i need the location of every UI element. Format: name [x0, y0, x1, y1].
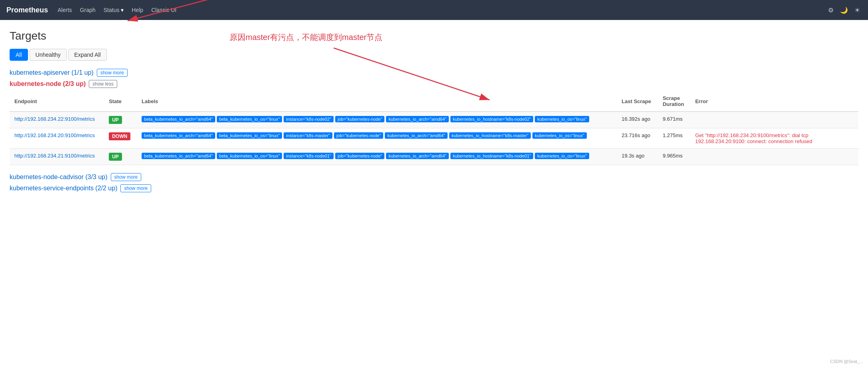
labels-container-0: beta_kubernetes_io_arch="amd64" beta_kub… [142, 116, 612, 122]
label-2-6: kubernetes_io_os="linux" [535, 153, 589, 159]
table-header: Endpoint State Labels Last Scrape Scrape… [10, 91, 858, 112]
label-0-0: beta_kubernetes_io_arch="amd64" [142, 116, 215, 122]
table-row: http://192.168.234.22:9100/metrics UP be… [10, 112, 858, 128]
nav-alerts[interactable]: Alerts [58, 7, 72, 13]
labels-container-1: beta_kubernetes_io_arch="amd64" beta_kub… [142, 132, 612, 139]
label-1-0: beta_kubernetes_io_arch="amd64" [142, 132, 215, 139]
table-row: http://192.168.234.20:9100/metrics DOWN … [10, 128, 858, 149]
label-2-4: kubernetes_io_arch="amd64" [386, 153, 449, 159]
group-cadvisor-header: kubernetes-node-cadvisor (3/3 up) show m… [10, 173, 858, 181]
navbar-icons: ⚙ 🌙 ☀ [826, 5, 862, 16]
labels-container-2: beta_kubernetes_io_arch="amd64" beta_kub… [142, 153, 612, 159]
bottom-sections: kubernetes-node-cadvisor (3/3 up) show m… [10, 173, 858, 192]
group-apiserver-header: kubernetes-apiserver (1/1 up) show more [10, 69, 858, 77]
group-service-endpoints-header: kubernetes-service-endpoints (2/2 up) sh… [10, 184, 858, 192]
scrape-duration-0: 9.671ms [658, 112, 690, 128]
label-0-4: kubernetes_io_arch="amd64" [386, 116, 449, 122]
table-body: http://192.168.234.22:9100/metrics UP be… [10, 112, 858, 165]
filter-unhealthy-button[interactable]: Unhealthy [30, 49, 67, 61]
group-apiserver-show-more[interactable]: show more [97, 69, 128, 77]
nav-help[interactable]: Help [132, 7, 143, 13]
error-0 [690, 112, 858, 128]
last-scrape-1: 23.716s ago [617, 128, 658, 149]
label-2-0: beta_kubernetes_io_arch="amd64" [142, 153, 215, 159]
state-badge-0: UP [109, 116, 122, 124]
label-0-5: kubernetes_io_hostname="k8s-node02" [450, 116, 533, 122]
navbar-links: Alerts Graph Status ▾ Help Classic UI [58, 7, 176, 13]
moon-icon[interactable]: 🌙 [838, 5, 850, 16]
endpoint-link-1[interactable]: http://192.168.234.20:9100/metrics [14, 132, 95, 138]
settings-icon[interactable]: ⚙ [826, 5, 835, 16]
label-1-5: kubernetes_io_hostname="k8s-master" [449, 132, 531, 139]
error-2 [690, 149, 858, 165]
label-1-3: job="kubernetes-node" [334, 132, 383, 139]
last-scrape-2: 19.3s ago [617, 149, 658, 165]
nav-classic-ui[interactable]: Classic UI [151, 7, 176, 13]
group-service-endpoints-show-more[interactable]: show more [120, 184, 151, 192]
label-2-5: kubernetes_io_hostname="k8s-node01" [450, 153, 533, 159]
main-content: Targets All Unhealthy Expand All kuberne… [0, 20, 868, 205]
col-state: State [104, 91, 137, 112]
label-2-3: job="kubernetes-node" [335, 153, 384, 159]
scrape-duration-1: 1.275ms [658, 128, 690, 149]
group-apiserver-title[interactable]: kubernetes-apiserver (1/1 up) [10, 69, 94, 76]
filter-all-button[interactable]: All [10, 49, 28, 61]
group-node-title[interactable]: kubernetes-node (2/3 up) [10, 80, 86, 88]
label-2-1: beta_kubernetes_io_os="linux" [217, 153, 282, 159]
label-0-2: instance="k8s-node02" [284, 116, 334, 122]
label-0-3: job="kubernetes-node" [335, 116, 384, 122]
label-0-1: beta_kubernetes_io_os="linux" [217, 116, 282, 122]
label-2-2: instance="k8s-node01" [284, 153, 334, 159]
col-error: Error [690, 91, 858, 112]
last-scrape-0: 16.392s ago [617, 112, 658, 128]
col-last-scrape: Last Scrape [617, 91, 658, 112]
group-cadvisor-show-more[interactable]: show more [111, 173, 142, 181]
state-badge-1: DOWN [109, 132, 130, 140]
label-1-6: kubernetes_io_os="linux" [532, 132, 587, 139]
filter-buttons: All Unhealthy Expand All [10, 49, 858, 61]
endpoint-link-2[interactable]: http://192.168.234.21:9100/metrics [14, 153, 95, 159]
nav-graph[interactable]: Graph [80, 7, 96, 13]
filter-expand-all-button[interactable]: Expand All [68, 49, 107, 61]
group-node-show-less[interactable]: show less [89, 80, 117, 88]
endpoint-link-0[interactable]: http://192.168.234.22:9100/metrics [14, 116, 95, 122]
targets-table: Endpoint State Labels Last Scrape Scrape… [10, 91, 858, 165]
col-labels: Labels [137, 91, 617, 112]
error-1: Get "http://192.168.234.20:9100/metrics"… [690, 128, 858, 149]
scrape-duration-2: 9.965ms [658, 149, 690, 165]
navbar-brand[interactable]: Prometheus [6, 6, 48, 14]
nav-status[interactable]: Status [104, 7, 120, 13]
group-service-endpoints-title[interactable]: kubernetes-service-endpoints (2/2 up) [10, 185, 117, 192]
label-1-1: beta_kubernetes_io_os="linux" [217, 132, 282, 139]
theme-icon[interactable]: ☀ [853, 5, 862, 16]
navbar: Prometheus Alerts Graph Status ▾ Help Cl… [0, 0, 868, 20]
group-node-container: 原因master有污点，不能调度到master节点 kubernetes-nod… [10, 80, 858, 165]
label-1-2: instance="k8s-master" [284, 132, 332, 139]
col-scrape-duration: ScrapeDuration [658, 91, 690, 112]
group-node-header: kubernetes-node (2/3 up) show less [10, 80, 858, 88]
table-row: http://192.168.234.21:9100/metrics UP be… [10, 149, 858, 165]
state-badge-2: UP [109, 153, 122, 161]
col-endpoint: Endpoint [10, 91, 104, 112]
group-cadvisor-title[interactable]: kubernetes-node-cadvisor (3/3 up) [10, 174, 108, 181]
label-0-6: kubernetes_io_os="linux" [535, 116, 589, 122]
page-title: Targets [10, 30, 858, 42]
label-1-4: kubernetes_io_arch="amd64" [385, 132, 448, 139]
